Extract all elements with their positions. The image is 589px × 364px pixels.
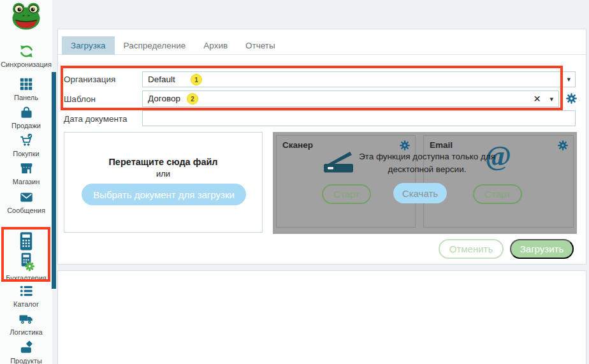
sidebar-item-label: Бухгалтерия [0, 274, 52, 282]
calculator-icon [0, 231, 52, 252]
sidebar-item-purchases[interactable]: Покупки [0, 133, 52, 157]
sidebar-item-sales[interactable]: Продажи [0, 105, 52, 129]
sync-icon [0, 43, 52, 59]
email-settings-gear-icon[interactable] [557, 140, 569, 151]
dropzone-separator: или [64, 169, 262, 178]
results-panel [57, 270, 586, 364]
template-value: Договор [148, 94, 180, 103]
cancel-button[interactable]: Отменить [439, 239, 504, 259]
sidebar-item-products[interactable]: Продукты [0, 340, 52, 364]
sidebar-item-label: Каталог [0, 300, 52, 308]
email-title: Email [430, 140, 453, 150]
app-root: Синхронизация Панель Продажи [0, 0, 589, 364]
step-badge-1: 1 [191, 74, 202, 85]
products-icon [0, 340, 52, 355]
chevron-down-icon[interactable]: ▾ [567, 75, 571, 84]
mail-icon [0, 189, 52, 205]
desktop-only-message: Эта функция доступна только для десктопн… [348, 150, 506, 175]
download-button[interactable]: Скачать [393, 183, 447, 203]
sidebar-item-accounting[interactable]: Бухгалтерия [0, 231, 52, 282]
truck-icon [0, 311, 52, 326]
organization-input[interactable]: Default 1 ▾ [142, 71, 576, 87]
doc-date-label: Дата документа [64, 114, 127, 124]
choose-document-button[interactable]: Выбрать документ для загрузки [82, 184, 246, 205]
list-icon [0, 283, 52, 298]
tab-archive[interactable]: Архив [194, 36, 236, 55]
sidebar-item-dashboard[interactable]: Панель [0, 76, 52, 101]
tab-reports[interactable]: Отчеты [236, 36, 284, 55]
desktop-features-box: Сканер Старт Email @ Старт Эта функция д… [273, 132, 577, 234]
sidebar-item-sync[interactable]: Синхронизация [0, 43, 52, 68]
bag-icon [0, 105, 52, 120]
doc-date-input[interactable] [142, 110, 576, 126]
grid-icon [0, 76, 52, 92]
email-start-button[interactable]: Старт [473, 184, 522, 204]
store-icon [0, 161, 52, 176]
scanner-settings-gear-icon[interactable] [399, 140, 411, 151]
frog-logo[interactable] [11, 1, 41, 31]
sidebar-item-label: Магазин [0, 178, 52, 186]
tab-distribution[interactable]: Распределение [115, 36, 195, 55]
sidebar-item-logistics[interactable]: Логистика [0, 311, 52, 336]
sidebar-item-messages[interactable]: Сообщения [0, 189, 52, 214]
sidebar-item-label: Панель [0, 94, 52, 101]
file-dropzone[interactable]: Перетащите сюда файл или Выбрать докумен… [64, 132, 263, 233]
cart-icon [0, 133, 52, 148]
clear-icon[interactable]: × [534, 91, 541, 106]
sidebar: Синхронизация Панель Продажи [0, 0, 52, 364]
scanner-panel: Сканер Старт [276, 135, 416, 228]
sidebar-item-label: Покупки [0, 150, 52, 157]
step-badge-2: 2 [187, 93, 198, 105]
email-panel: Email @ Старт [423, 135, 574, 228]
organization-label: Организация [64, 75, 115, 84]
sidebar-scrollbar-thumb[interactable] [52, 72, 56, 289]
template-input[interactable]: Договор 2 × ▾ [142, 91, 559, 107]
tab-upload[interactable]: Загрузка [62, 36, 115, 55]
template-label: Шаблон [64, 94, 96, 104]
chevron-down-icon[interactable]: ▾ [549, 95, 553, 103]
sidebar-item-label: Синхронизация [0, 61, 52, 68]
tabbar: Загрузка Распределение Архив Отчеты [62, 36, 284, 55]
sidebar-item-label: Сообщения [0, 207, 52, 214]
scanner-start-button[interactable]: Старт [322, 184, 371, 204]
sidebar-item-label: Продажи [0, 122, 52, 129]
template-settings-gear-icon[interactable] [565, 92, 578, 105]
sidebar-item-label: Логистика [0, 328, 52, 336]
upload-button[interactable]: Загрузить [510, 239, 574, 259]
frog-logo-icon [11, 1, 41, 31]
sidebar-item-label: Продукты [0, 357, 52, 364]
dropzone-title: Перетащите сюда файл [64, 157, 262, 167]
sidebar-item-shop[interactable]: Магазин [0, 161, 52, 186]
organization-value: Default [148, 75, 175, 84]
calculator-settings-icon [0, 252, 52, 272]
sidebar-item-catalog[interactable]: Каталог [0, 283, 52, 308]
scanner-title: Сканер [282, 140, 313, 150]
